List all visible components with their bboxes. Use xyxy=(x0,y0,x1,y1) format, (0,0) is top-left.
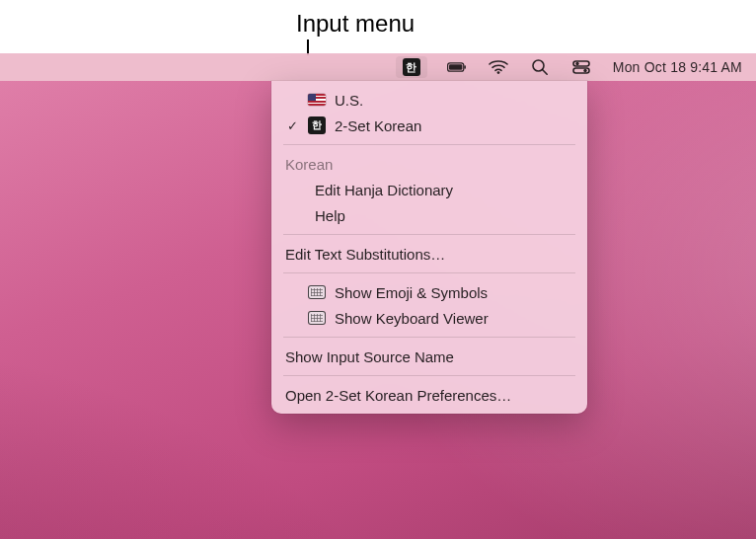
menu-item-label: Help xyxy=(315,207,571,224)
menu-section-label: Korean xyxy=(285,156,571,173)
input-menu-dropdown: U.S. ✓ 한 2-Set Korean Korean Edit Hanja … xyxy=(271,81,587,414)
menu-separator xyxy=(283,234,575,235)
menu-item-label: Show Keyboard Viewer xyxy=(335,310,571,327)
menu-item-show-input-source-name[interactable]: Show Input Source Name xyxy=(271,344,587,369)
wifi-icon[interactable] xyxy=(489,57,508,77)
checkmark-icon: ✓ xyxy=(285,118,299,133)
menubar: 한 xyxy=(0,53,756,81)
menu-item-edit-hanja-dictionary[interactable]: Edit Hanja Dictionary xyxy=(271,177,587,202)
us-flag-icon xyxy=(307,94,327,106)
keyboard-icon xyxy=(307,285,327,299)
input-source-us[interactable]: U.S. xyxy=(271,87,587,113)
svg-point-7 xyxy=(575,62,578,65)
menubar-datetime[interactable]: Mon Oct 18 9:41 AM xyxy=(613,59,742,75)
menu-item-label: 2-Set Korean xyxy=(335,117,571,134)
menu-separator xyxy=(283,144,575,145)
svg-rect-2 xyxy=(464,65,466,69)
menubar-right: 한 xyxy=(396,56,742,78)
input-menu-icon[interactable]: 한 xyxy=(396,56,427,78)
menu-section-header-korean: Korean xyxy=(271,151,587,177)
menu-separator xyxy=(283,272,575,273)
keyboard-icon xyxy=(307,311,327,325)
menu-separator xyxy=(283,337,575,338)
han-icon: 한 xyxy=(403,58,420,76)
menu-item-show-emoji-symbols[interactable]: Show Emoji & Symbols xyxy=(271,279,587,305)
svg-point-3 xyxy=(496,71,499,74)
menu-item-label: U.S. xyxy=(335,92,571,109)
menu-item-help[interactable]: Help xyxy=(271,202,587,228)
menu-item-label: Edit Text Substitutions… xyxy=(285,246,571,263)
menu-item-label: Edit Hanja Dictionary xyxy=(315,182,571,198)
callout-label: Input menu xyxy=(296,10,415,38)
input-source-2set-korean[interactable]: ✓ 한 2-Set Korean xyxy=(271,113,587,138)
control-center-icon[interactable] xyxy=(571,57,591,77)
spotlight-icon[interactable] xyxy=(530,57,550,77)
battery-icon[interactable] xyxy=(447,57,467,77)
han-icon: 한 xyxy=(307,116,327,134)
svg-point-9 xyxy=(583,69,586,72)
menu-item-label: Open 2-Set Korean Preferences… xyxy=(285,387,571,404)
menu-item-label: Show Emoji & Symbols xyxy=(335,284,571,301)
menu-item-label: Show Input Source Name xyxy=(285,348,571,365)
menu-item-text-substitutions[interactable]: Edit Text Substitutions… xyxy=(271,241,587,267)
menu-item-open-preferences[interactable]: Open 2-Set Korean Preferences… xyxy=(271,382,587,408)
svg-rect-1 xyxy=(449,64,462,70)
menu-separator xyxy=(283,375,575,376)
menu-item-show-keyboard-viewer[interactable]: Show Keyboard Viewer xyxy=(271,305,587,331)
svg-line-5 xyxy=(543,70,547,74)
